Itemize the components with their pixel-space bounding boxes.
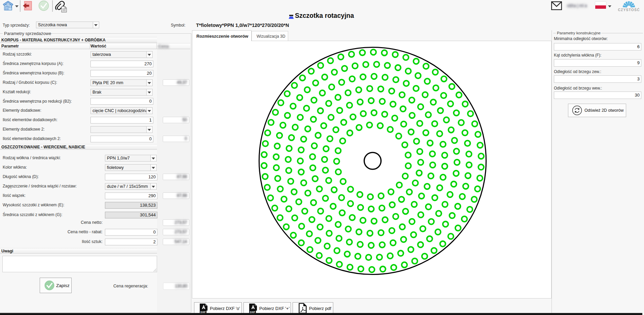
svg-text:CZYSTOŚĆ: CZYSTOŚĆ [618,8,640,12]
